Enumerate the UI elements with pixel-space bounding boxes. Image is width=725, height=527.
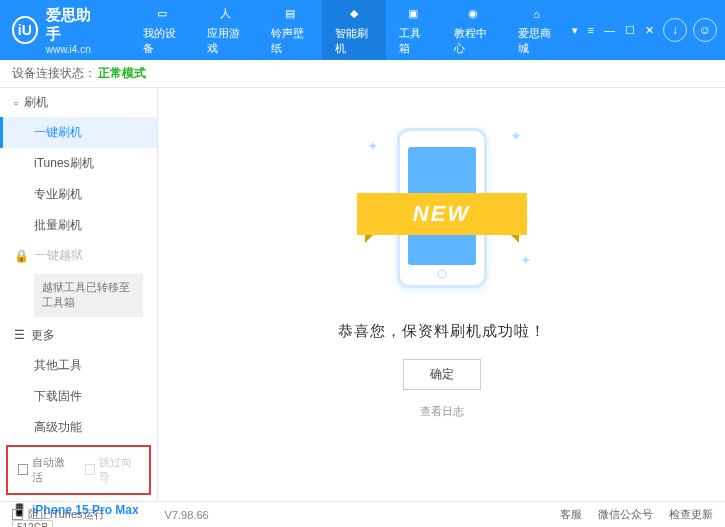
- nav-toolbox[interactable]: ▣工具箱: [386, 0, 441, 60]
- checkbox-label: 跳过向导: [99, 455, 139, 485]
- device-icon: ▭: [152, 5, 172, 23]
- maximize-icon[interactable]: ☐: [622, 22, 638, 39]
- account-button[interactable]: ☺: [693, 18, 717, 42]
- checkbox-label: 阻止iTunes运行: [28, 507, 105, 522]
- nav-label: 爱思商城: [518, 26, 556, 56]
- app-logo: iU 爱思助手 www.i4.cn: [0, 6, 112, 55]
- nav-label: 我的设备: [143, 26, 181, 56]
- group-label: 刷机: [24, 94, 48, 111]
- app-title: 爱思助手: [46, 6, 100, 44]
- lock-icon: 🔒: [14, 249, 29, 263]
- sidebar-item-other-tools[interactable]: 其他工具: [0, 350, 157, 381]
- footer-support[interactable]: 客服: [560, 507, 582, 522]
- tutorial-icon: ◉: [463, 5, 483, 23]
- sidebar-item-onekey-flash[interactable]: 一键刷机: [0, 117, 157, 148]
- confirm-button[interactable]: 确定: [403, 359, 481, 390]
- block-itunes-checkbox[interactable]: 阻止iTunes运行: [12, 507, 105, 522]
- sidebar-item-batch-flash[interactable]: 批量刷机: [0, 210, 157, 241]
- status-value: 正常模式: [98, 65, 146, 82]
- version-text: V7.98.66: [165, 509, 209, 521]
- download-button[interactable]: ↓: [663, 18, 687, 42]
- sidebar-item-download-firmware[interactable]: 下载固件: [0, 381, 157, 412]
- auto-activate-checkbox[interactable]: 自动激活: [18, 455, 73, 485]
- main-content: ✦ ✦ ✦ NEW 恭喜您，保资料刷机成功啦！ 确定 查看日志: [158, 88, 725, 501]
- close-icon[interactable]: ✕: [642, 22, 657, 39]
- view-log-link[interactable]: 查看日志: [420, 404, 464, 419]
- nav-tutorials[interactable]: ◉教程中心: [441, 0, 505, 60]
- status-label: 设备连接状态：: [12, 65, 96, 82]
- nav-apps[interactable]: 人应用游戏: [194, 0, 258, 60]
- nav-label: 工具箱: [399, 26, 428, 56]
- nav-my-device[interactable]: ▭我的设备: [130, 0, 194, 60]
- nav-label: 应用游戏: [207, 26, 245, 56]
- sidebar-group-more[interactable]: ☰更多: [0, 321, 157, 350]
- minimize-icon[interactable]: —: [601, 22, 618, 39]
- nav-store[interactable]: ⌂爱思商城: [505, 0, 569, 60]
- nav-flash[interactable]: ◆智能刷机: [322, 0, 386, 60]
- footer-wechat[interactable]: 微信公众号: [598, 507, 653, 522]
- sidebar-group-flash[interactable]: ▫刷机: [0, 88, 157, 117]
- logo-icon: iU: [12, 16, 38, 44]
- sidebar-item-itunes-flash[interactable]: iTunes刷机: [0, 148, 157, 179]
- status-bar: 设备连接状态： 正常模式: [0, 60, 725, 88]
- checkbox-label: 自动激活: [32, 455, 72, 485]
- ringtone-icon: ▤: [280, 5, 300, 23]
- skip-guide-checkbox[interactable]: 跳过向导: [85, 455, 140, 485]
- store-icon: ⌂: [527, 5, 547, 23]
- flash-icon: ◆: [344, 5, 364, 23]
- success-illustration: ✦ ✦ ✦ NEW: [337, 118, 547, 298]
- sidebar-jailbreak-note[interactable]: 越狱工具已转移至工具箱: [34, 274, 143, 317]
- sidebar: ▫刷机 一键刷机 iTunes刷机 专业刷机 批量刷机 🔒一键越狱 越狱工具已转…: [0, 88, 158, 501]
- sidebar-item-advanced[interactable]: 高级功能: [0, 412, 157, 443]
- new-banner: NEW: [357, 193, 527, 235]
- success-message: 恭喜您，保资料刷机成功啦！: [338, 322, 546, 341]
- group-label: 更多: [31, 327, 55, 344]
- footer-update[interactable]: 检查更新: [669, 507, 713, 522]
- activation-options: 自动激活 跳过向导: [6, 445, 151, 495]
- sidebar-item-pro-flash[interactable]: 专业刷机: [0, 179, 157, 210]
- titlebar: iU 爱思助手 www.i4.cn ▭我的设备 人应用游戏 ▤铃声壁纸 ◆智能刷…: [0, 0, 725, 60]
- nav-label: 铃声壁纸: [271, 26, 309, 56]
- nav-label: 教程中心: [454, 26, 492, 56]
- flash-group-icon: ▫: [14, 96, 18, 110]
- top-nav: ▭我的设备 人应用游戏 ▤铃声壁纸 ◆智能刷机 ▣工具箱 ◉教程中心 ⌂爱思商城: [130, 0, 569, 60]
- sidebar-group-jailbreak: 🔒一键越狱: [0, 241, 157, 270]
- window-controls: ▾ ≡ — ☐ ✕: [569, 22, 657, 39]
- nav-ringtones[interactable]: ▤铃声壁纸: [258, 0, 322, 60]
- apps-icon: 人: [216, 5, 236, 23]
- nav-label: 智能刷机: [335, 26, 373, 56]
- more-group-icon: ☰: [14, 328, 25, 342]
- settings-icon[interactable]: ▾: [569, 22, 581, 39]
- group-label: 一键越狱: [35, 247, 83, 264]
- app-url: www.i4.cn: [46, 44, 100, 55]
- menu-icon[interactable]: ≡: [585, 22, 597, 39]
- toolbox-icon: ▣: [403, 5, 423, 23]
